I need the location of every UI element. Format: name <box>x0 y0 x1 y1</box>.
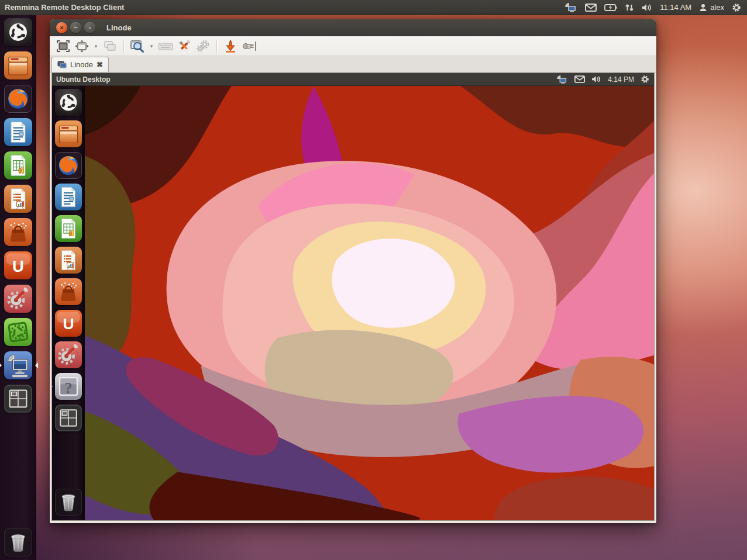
gears-icon <box>195 39 211 53</box>
libreoffice-calc-icon <box>55 215 82 242</box>
system-settings-icon <box>55 341 82 368</box>
network-traffic-icon[interactable] <box>625 4 634 12</box>
remote-launcher-item-ubuntu-dash[interactable] <box>55 89 82 116</box>
maximize-button[interactable]: ▫ <box>84 22 95 33</box>
fit-window-button[interactable] <box>73 38 91 54</box>
remote-launcher-item-libreoffice-writer[interactable] <box>55 184 82 210</box>
connection-tabbar: Linode ✖ <box>50 56 656 72</box>
ubuntu-dash-icon <box>4 18 32 46</box>
files-icon <box>4 51 32 79</box>
remote-indicator-area: 4:14 PM <box>556 75 654 84</box>
ubuntu-one-icon <box>4 251 32 279</box>
host-desktop-background: Remmina Remote Desktop Client 11:14 AM a… <box>0 0 747 560</box>
host-launcher <box>0 15 36 560</box>
launcher-item-workspace-switcher[interactable] <box>4 385 32 413</box>
trash-icon <box>4 528 32 556</box>
software-center-icon <box>55 278 82 305</box>
fit-window-dropdown[interactable]: ▾ <box>92 38 100 54</box>
zoom-dropdown[interactable]: ▾ <box>147 38 156 54</box>
fullscreen-icon <box>56 40 70 53</box>
duplicate-connection-icon <box>103 40 117 53</box>
tools-icon <box>177 39 192 53</box>
keyboard-grab-button[interactable] <box>157 38 174 54</box>
close-button[interactable]: × <box>56 22 67 33</box>
launcher-item-software-updater[interactable] <box>4 318 32 346</box>
fullscreen-button[interactable] <box>54 38 72 54</box>
launcher-item-files[interactable] <box>4 51 32 79</box>
system-settings-icon <box>4 285 32 313</box>
window-titlebar[interactable]: × − ▫ Linode <box>50 19 656 36</box>
launcher-item-system-settings[interactable] <box>4 285 32 313</box>
ubuntu-one-icon <box>55 310 82 337</box>
remote-top-panel: Ubuntu Desktop 4:14 PM <box>52 73 654 86</box>
volume-icon[interactable] <box>591 75 601 83</box>
launcher-item-ubuntu-one[interactable] <box>4 251 32 279</box>
tab-linode[interactable]: Linode ✖ <box>51 57 109 72</box>
firefox-icon <box>55 152 82 179</box>
remmina-indicator-icon[interactable] <box>556 75 568 84</box>
mail-icon[interactable] <box>574 75 585 83</box>
remote-panel-title: Ubuntu Desktop <box>56 75 111 84</box>
remote-launcher-item-ubuntu-one[interactable] <box>55 310 82 337</box>
toolbar-separator <box>216 40 217 53</box>
remote-launcher-item-trash[interactable] <box>55 489 82 516</box>
remote-launcher-item-system-settings[interactable] <box>55 341 82 368</box>
maximize-glyph: ▫ <box>84 22 95 33</box>
tab-label: Linode <box>70 60 93 69</box>
user-menu[interactable]: alex <box>699 3 724 12</box>
window-title: Linode <box>106 23 132 32</box>
remmina-icon <box>4 351 32 379</box>
host-top-panel: Remmina Remote Desktop Client 11:14 AM a… <box>0 0 747 15</box>
user-name: alex <box>710 3 724 12</box>
remote-launcher-item-files[interactable] <box>55 120 82 147</box>
remote-launcher-item-software-center[interactable] <box>55 278 82 305</box>
sftp-download-icon <box>223 39 237 53</box>
volume-icon[interactable] <box>642 4 652 12</box>
zoom-window-button[interactable] <box>129 38 146 54</box>
remmina-window: × − ▫ Linode ▾ <box>50 19 656 523</box>
tools-button[interactable] <box>175 38 193 54</box>
software-center-icon <box>4 218 32 246</box>
libreoffice-writer-icon <box>55 184 82 210</box>
remote-launcher-item-unknown-app[interactable] <box>55 373 82 400</box>
remote-launcher-item-workspace-switcher[interactable] <box>55 405 82 431</box>
trash-icon <box>55 489 82 516</box>
launcher-item-libreoffice-impress[interactable] <box>4 185 32 213</box>
active-app-title: Remmina Remote Desktop Client <box>5 3 124 12</box>
libreoffice-calc-icon <box>4 151 32 179</box>
host-clock[interactable]: 11:14 AM <box>660 3 691 12</box>
session-gear-icon[interactable] <box>732 3 741 12</box>
session-gear-icon[interactable] <box>641 75 649 84</box>
remote-desktop-body <box>52 86 654 520</box>
launcher-item-remmina[interactable] <box>4 351 32 379</box>
preferences-gears-button[interactable] <box>194 38 212 54</box>
remmina-indicator-icon[interactable] <box>564 2 577 13</box>
minimize-button[interactable]: − <box>70 22 81 33</box>
battery-icon[interactable] <box>604 4 617 11</box>
remote-clock[interactable]: 4:14 PM <box>608 75 634 84</box>
launcher-item-trash[interactable] <box>4 528 32 556</box>
libreoffice-writer-icon <box>4 118 32 146</box>
launcher-item-software-center[interactable] <box>4 218 32 246</box>
tab-connection-icon <box>57 61 67 68</box>
launcher-item-firefox[interactable] <box>4 85 32 113</box>
focused-indicator-icon <box>32 362 38 368</box>
duplicate-connection-button[interactable] <box>101 38 119 54</box>
launcher-item-libreoffice-calc[interactable] <box>4 151 32 179</box>
remote-launcher-item-firefox[interactable] <box>55 152 82 179</box>
close-glyph: × <box>56 22 67 33</box>
disconnect-button[interactable] <box>240 38 258 54</box>
workspace-switcher-icon <box>4 385 32 413</box>
zoom-window-icon <box>130 39 145 53</box>
remote-desktop-viewport[interactable]: Ubuntu Desktop 4:14 PM <box>51 72 655 521</box>
remote-launcher-item-libreoffice-calc[interactable] <box>55 215 82 242</box>
sftp-transfer-button[interactable] <box>222 38 239 54</box>
mail-icon[interactable] <box>585 4 597 12</box>
remote-launcher-item-libreoffice-impress[interactable] <box>55 247 82 274</box>
launcher-item-ubuntu-dash[interactable] <box>4 18 32 46</box>
remote-launcher <box>52 86 85 520</box>
disconnect-plug-icon <box>241 39 257 53</box>
tab-close-icon[interactable]: ✖ <box>97 61 103 68</box>
remote-wallpaper <box>85 86 654 520</box>
launcher-item-libreoffice-writer[interactable] <box>4 118 32 146</box>
